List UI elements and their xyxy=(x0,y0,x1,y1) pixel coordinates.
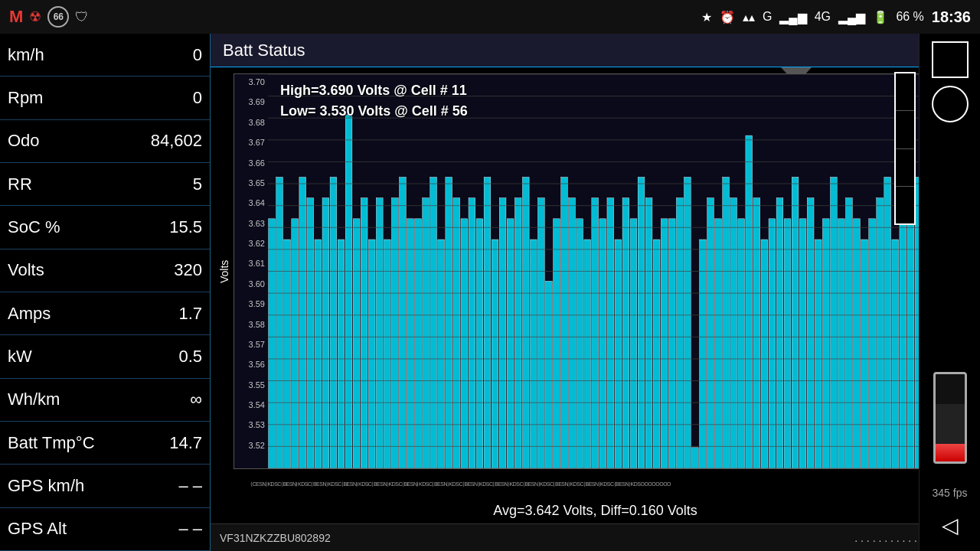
y-tick: 3.60 xyxy=(234,279,266,289)
metric-row-gps-km-h: GPS km/h – – xyxy=(0,465,210,507)
x-axis-labels: ⟨CESN⟩KDSC⟨BESN⟩KDSC⟨BESN⟩KDSC⟨BESN⟩KDSC… xyxy=(250,481,671,487)
metric-value-1: 0 xyxy=(193,88,202,108)
bar-71 xyxy=(815,240,822,468)
back-button[interactable]: ◁ xyxy=(932,507,969,543)
right-side: Batt Status Volts 3.703.693.683.673.663.… xyxy=(211,34,980,551)
bar-67 xyxy=(784,219,791,468)
bar-76 xyxy=(854,219,861,468)
chart-wrapper: Volts 3.703.693.683.673.663.653.643.633.… xyxy=(217,73,974,469)
y-tick: 3.65 xyxy=(234,178,266,187)
bar-34 xyxy=(530,240,537,468)
bar-57 xyxy=(707,198,714,468)
slider-seg-3[interactable] xyxy=(896,149,914,187)
bar-51 xyxy=(661,219,668,468)
slider-seg-1[interactable] xyxy=(896,73,914,111)
bar-45 xyxy=(615,240,622,468)
bar-55 xyxy=(692,448,699,468)
chart-container: Volts 3.703.693.683.673.663.653.643.633.… xyxy=(211,67,980,523)
bar-chart-svg xyxy=(268,74,974,468)
battery-percent: 66 % xyxy=(896,10,923,24)
status-right-icons: ★ ⏰ ▴▴ G ▂▄▆ 4G ▂▄▆ 🔋 66 % 18:36 xyxy=(701,8,971,26)
metric-value-11: – – xyxy=(178,519,202,539)
vin-label: VF31NZKZZBU802892 xyxy=(220,532,331,544)
y-tick: 3.66 xyxy=(234,158,266,168)
bar-43 xyxy=(599,219,606,468)
bar-58 xyxy=(715,219,722,468)
y-tick: 3.55 xyxy=(234,380,266,390)
metric-value-0: 0 xyxy=(193,45,202,65)
bar-75 xyxy=(846,198,853,468)
bar-9 xyxy=(338,240,345,468)
square-button[interactable] xyxy=(932,41,969,78)
slider-seg-4[interactable] xyxy=(896,187,914,223)
y-tick: 3.64 xyxy=(234,198,266,207)
bar-16 xyxy=(392,198,399,468)
metric-label-6: Amps xyxy=(8,304,51,324)
bar-39 xyxy=(569,198,576,468)
bar-44 xyxy=(607,198,614,468)
x-axis: ⟨CESN⟩KDSC⟨BESN⟩KDSC⟨BESN⟩KDSC⟨BESN⟩KDSC… xyxy=(250,469,974,500)
bar-78 xyxy=(869,219,876,468)
metric-value-8: ∞ xyxy=(190,390,202,409)
y-tick: 3.59 xyxy=(234,299,266,308)
bar-83 xyxy=(907,219,914,468)
metric-value-6: 1.7 xyxy=(178,304,202,324)
battery-fill-mid xyxy=(936,404,965,444)
battery-status-icon: 🔋 xyxy=(873,10,888,24)
bar-74 xyxy=(838,219,845,468)
y-tick: 3.53 xyxy=(234,420,266,429)
bar-20 xyxy=(423,198,430,468)
metric-value-3: 5 xyxy=(193,174,202,194)
batt-status-header: Batt Status xyxy=(211,34,980,67)
bar-7 xyxy=(322,198,329,468)
bar-50 xyxy=(653,240,660,468)
bar-53 xyxy=(676,198,683,468)
badge-66-icon: 66 xyxy=(47,6,69,28)
high-annotation: High=3.690 Volts @ Cell # 11 xyxy=(280,80,468,101)
metric-label-0: km/h xyxy=(8,45,44,65)
metric-label-3: RR xyxy=(8,174,32,194)
batt-header-title: Batt Status xyxy=(223,41,305,60)
m-icon: M xyxy=(9,7,23,27)
bar-14 xyxy=(376,198,383,468)
bar-3 xyxy=(292,219,299,468)
metric-row-gps-alt: GPS Alt – – xyxy=(0,508,210,551)
low-annotation: Low= 3.530 Volts @ Cell # 56 xyxy=(280,101,468,122)
metric-label-4: SoC % xyxy=(8,217,60,237)
bar-5 xyxy=(307,198,314,468)
bar-62 xyxy=(746,135,753,468)
bar-63 xyxy=(753,198,760,468)
battery-icon-graphic xyxy=(933,372,967,464)
bar-11 xyxy=(353,219,360,468)
circle-button[interactable] xyxy=(932,86,969,122)
bar-69 xyxy=(799,219,806,468)
signal-4g-icon: 4G xyxy=(815,10,831,24)
y-axis-label: Volts xyxy=(217,73,232,469)
bluetooth-icon: ★ xyxy=(701,10,712,24)
bar-36 xyxy=(546,281,553,468)
metric-row-amps: Amps 1.7 xyxy=(0,292,210,335)
bar-70 xyxy=(807,198,814,468)
y-tick: 3.70 xyxy=(234,77,266,86)
metric-label-8: Wh/km xyxy=(8,390,60,409)
y-tick: 3.68 xyxy=(234,118,266,127)
metric-row-odo: Odo 84,602 xyxy=(0,120,210,163)
signal-g-icon: G xyxy=(763,10,772,24)
vertical-slider[interactable] xyxy=(894,72,916,225)
bar-12 xyxy=(361,198,368,468)
nuclear-icon: ☢ xyxy=(29,8,41,25)
battery-fill-low xyxy=(936,444,965,461)
bar-2 xyxy=(284,240,291,468)
bar-13 xyxy=(368,240,375,468)
y-tick: 3.62 xyxy=(234,239,266,248)
metric-row-kw: kW 0.5 xyxy=(0,335,210,378)
bar-47 xyxy=(630,219,637,468)
metric-label-1: Rpm xyxy=(8,88,43,108)
bar-77 xyxy=(861,240,868,468)
metric-label-11: GPS Alt xyxy=(8,519,67,539)
slider-seg-2[interactable] xyxy=(896,111,914,148)
left-metrics-panel: km/h 0 Rpm 0 Odo 84,602 RR 5 SoC % 15.5 … xyxy=(0,34,211,551)
metric-row-rr: RR 5 xyxy=(0,163,210,206)
status-left-icons: M ☢ 66 🛡 xyxy=(9,6,89,28)
bar-31 xyxy=(507,219,514,468)
